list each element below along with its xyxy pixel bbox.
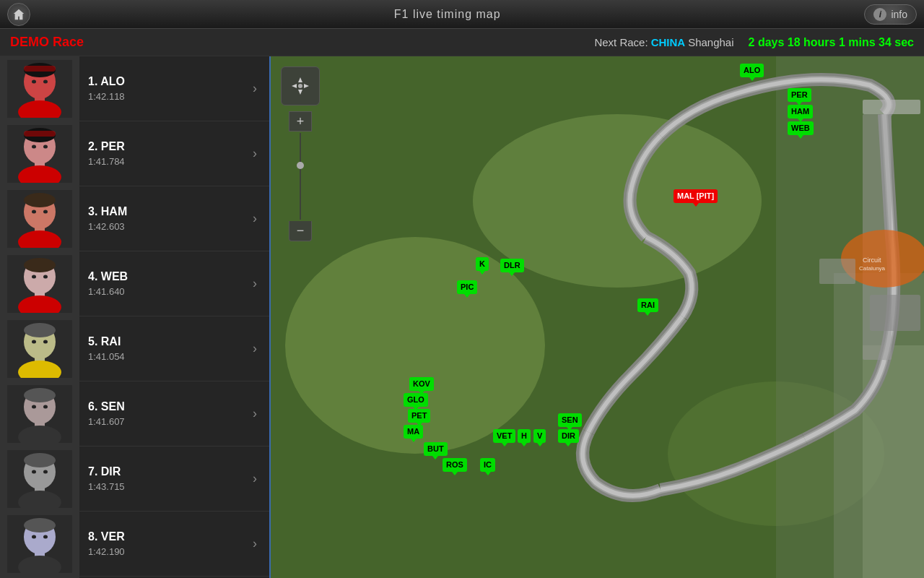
driver-name: 7. DIR <box>88 465 240 478</box>
driver-avatar <box>0 447 79 512</box>
home-button[interactable] <box>7 3 30 26</box>
svg-marker-83 <box>304 84 309 88</box>
navigation-pad[interactable] <box>281 66 320 105</box>
svg-point-6 <box>43 79 48 83</box>
zoom-thumb <box>297 162 304 169</box>
driver-arrow: › <box>240 471 269 486</box>
svg-point-84 <box>298 84 302 88</box>
map-marker[interactable]: IC <box>480 458 495 472</box>
driver-row[interactable]: 8. VER 1:42.190 › <box>0 512 269 577</box>
driver-info: 5. RAI 1:41.054 <box>79 335 240 362</box>
svg-rect-79 <box>863 100 920 114</box>
zoom-track <box>300 133 301 220</box>
map-controls: + − <box>281 66 320 241</box>
driver-time: 1:43.715 <box>88 481 240 492</box>
svg-point-28 <box>32 275 36 278</box>
map-marker[interactable]: KOV <box>409 377 434 391</box>
next-race-container: Next Race: CHINA Shanghai 2 days 18 hour… <box>594 36 914 49</box>
main-content: 1. ALO 1:42.118 › 2. <box>0 56 924 578</box>
zoom-in-button[interactable]: + <box>289 111 312 131</box>
driver-row[interactable]: 3. HAM 1:42.603 › <box>0 186 269 251</box>
svg-rect-77 <box>870 295 920 331</box>
driver-info: 7. DIR 1:43.715 <box>79 465 240 492</box>
driver-info: 1. ALO 1:42.118 <box>79 75 240 102</box>
svg-point-21 <box>32 210 36 213</box>
driver-arrow: › <box>240 341 269 356</box>
svg-marker-82 <box>292 84 297 88</box>
svg-point-39 <box>24 388 56 402</box>
map-marker[interactable]: GLO <box>404 393 428 407</box>
driver-arrow: › <box>240 211 269 226</box>
driver-info: 3. HAM 1:42.603 <box>79 205 240 232</box>
map-marker[interactable]: ALO <box>740 64 764 77</box>
driver-avatar <box>0 56 79 121</box>
svg-marker-80 <box>298 77 302 82</box>
map-marker[interactable]: RAI <box>637 298 658 312</box>
svg-marker-81 <box>298 90 302 95</box>
map-area[interactable]: Circuit Catalunya + − <box>271 56 924 578</box>
driver-time: 1:41.054 <box>88 351 240 362</box>
driver-avatar <box>0 316 79 381</box>
svg-text:Catalunya: Catalunya <box>859 265 886 272</box>
driver-row[interactable]: 5. RAI 1:41.054 › <box>0 316 269 381</box>
driver-avatar <box>0 512 79 577</box>
driver-row[interactable]: 1. ALO 1:42.118 › <box>0 56 269 121</box>
info-label: info <box>891 9 907 20</box>
driver-time: 1:41.784 <box>88 156 240 167</box>
map-marker[interactable]: VET <box>493 429 515 443</box>
svg-point-18 <box>24 193 56 207</box>
map-marker[interactable]: BUT <box>424 442 448 456</box>
svg-point-25 <box>24 258 56 272</box>
svg-point-50 <box>43 470 48 473</box>
driver-avatar <box>0 121 79 186</box>
driver-arrow: › <box>240 276 269 291</box>
driver-info: 4. WEB 1:41.640 <box>79 270 240 297</box>
map-marker[interactable]: MA <box>404 425 423 439</box>
driver-time: 1:41.607 <box>88 416 240 427</box>
driver-row[interactable]: 6. SEN 1:41.607 › <box>0 381 269 447</box>
map-marker[interactable]: WEB <box>788 121 814 135</box>
svg-point-36 <box>43 340 48 343</box>
app-title: F1 live timing map <box>394 8 501 21</box>
map-marker[interactable]: PIC <box>457 280 477 294</box>
svg-rect-15 <box>24 131 56 137</box>
next-race-label: Next Race: <box>594 36 648 48</box>
map-marker[interactable]: MAL [PIT] <box>674 189 718 203</box>
map-marker[interactable]: ROS <box>443 458 467 472</box>
info-icon: i <box>873 8 886 21</box>
svg-point-29 <box>43 275 48 278</box>
driver-avatar <box>0 381 79 447</box>
svg-point-32 <box>24 323 56 337</box>
map-marker[interactable]: K <box>476 257 489 271</box>
driver-arrow: › <box>240 406 269 421</box>
map-marker[interactable]: SEN <box>558 413 582 427</box>
driver-row[interactable]: 2. PER 1:41.784 › <box>0 121 269 186</box>
driver-name: 8. VER <box>88 530 240 543</box>
driver-list-panel: 1. ALO 1:42.118 › 2. <box>0 56 271 578</box>
svg-point-13 <box>32 144 36 148</box>
map-marker[interactable]: PET <box>408 409 430 423</box>
driver-time: 1:42.190 <box>88 546 240 557</box>
svg-rect-78 <box>819 259 855 284</box>
driver-row[interactable]: 4. WEB 1:41.640 › <box>0 251 269 316</box>
map-marker[interactable]: H <box>518 429 531 443</box>
next-race-city: Shanghai <box>688 36 733 48</box>
driver-arrow: › <box>240 146 269 161</box>
driver-name: 1. ALO <box>88 75 240 88</box>
info-button[interactable]: i info <box>864 4 917 25</box>
map-marker[interactable]: DIR <box>558 429 579 443</box>
zoom-out-button[interactable]: − <box>289 221 312 241</box>
demo-race-label: DEMO Race <box>10 35 84 50</box>
map-marker[interactable]: PER <box>788 88 811 102</box>
svg-point-49 <box>32 470 36 473</box>
map-marker[interactable]: HAM <box>788 105 813 118</box>
map-marker[interactable]: V <box>533 429 546 443</box>
svg-rect-7 <box>24 66 56 72</box>
driver-info: 6. SEN 1:41.607 <box>79 400 240 427</box>
driver-row[interactable]: 7. DIR 1:43.715 › <box>0 447 269 512</box>
svg-point-14 <box>43 144 48 148</box>
driver-arrow: › <box>240 81 269 96</box>
svg-point-56 <box>32 535 36 538</box>
driver-name: 4. WEB <box>88 270 240 283</box>
map-marker[interactable]: DLR <box>500 259 524 272</box>
